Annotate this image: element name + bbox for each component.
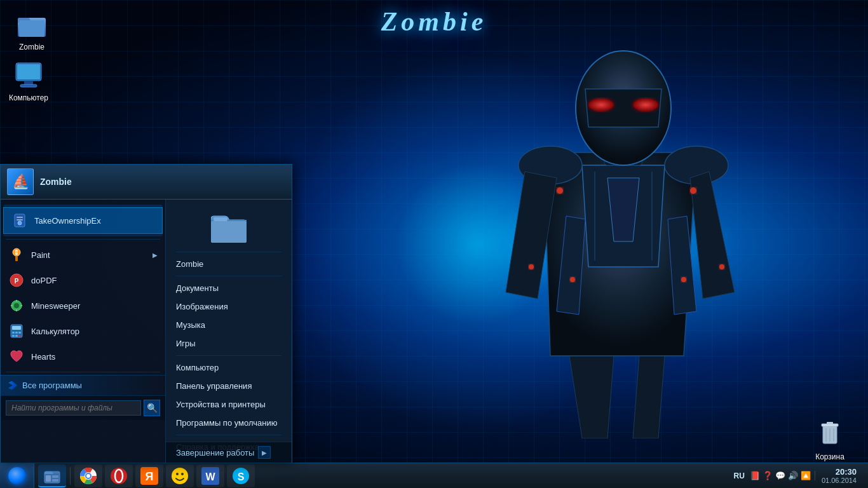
dopdf-icon: P	[8, 272, 25, 288]
hearts-icon	[8, 348, 25, 365]
default-programs-label: Программы по умолчанию	[176, 418, 277, 428]
separator-1	[6, 239, 160, 240]
trash-icon	[815, 419, 845, 450]
taskbar-app-word[interactable]: W	[196, 464, 224, 487]
calculator-icon	[8, 323, 25, 339]
svg-rect-48	[15, 332, 18, 334]
taskbar-app-skype[interactable]: S	[227, 464, 255, 487]
clock-time: 20:30	[822, 467, 857, 477]
shutdown-button[interactable]: Завершение работы	[176, 448, 254, 458]
right-item-images[interactable]: Изображения	[166, 297, 292, 316]
svg-rect-30	[17, 217, 23, 218]
svg-text:W: W	[205, 471, 215, 482]
svg-point-10	[570, 277, 575, 282]
desktop-icon-trash[interactable]: Корзина	[804, 419, 855, 463]
user-avatar[interactable]: ⛵	[7, 168, 34, 195]
svg-rect-51	[15, 335, 18, 337]
devices-label: Устройства и принтеры	[176, 400, 266, 409]
start-menu-body: TakeOwnershipEx Paint ▶	[1, 200, 292, 463]
svg-point-32	[18, 221, 22, 225]
svg-point-8	[557, 187, 563, 194]
right-item-music[interactable]: Музыка	[166, 316, 292, 334]
tray-icon-pdf[interactable]: 📕	[750, 471, 760, 480]
all-programs-arrow-icon	[8, 381, 17, 390]
search-button[interactable]: 🔍	[144, 400, 160, 416]
svg-point-36	[15, 251, 18, 254]
right-item-computer[interactable]: Компьютер	[166, 358, 292, 377]
folder-preview	[166, 206, 292, 249]
zombie-icon-label: Zombie	[19, 43, 44, 53]
desktop-icon-computer[interactable]: Компьютер	[3, 60, 54, 104]
app-item-calculator[interactable]: Калькулятор	[1, 318, 165, 344]
app-item-paint[interactable]: Paint ▶	[1, 242, 165, 268]
images-label: Изображения	[176, 302, 228, 311]
explorer-taskbar-icon	[43, 466, 61, 484]
calculator-label: Калькулятор	[31, 327, 79, 336]
yandex-taskbar-icon: Я	[140, 467, 158, 485]
svg-rect-54	[214, 217, 227, 221]
svg-rect-35	[15, 256, 18, 261]
svg-text:P: P	[15, 278, 19, 285]
app-item-minesweeper[interactable]: Minesweeper	[1, 293, 165, 318]
taskbar-app-yandex[interactable]: Я	[135, 464, 163, 487]
app-item-hearts[interactable]: Hearts	[1, 344, 165, 369]
svg-point-4	[588, 98, 614, 111]
desktop-icon-zombie[interactable]: Zombie	[6, 10, 57, 53]
hearts-label: Hearts	[31, 352, 55, 362]
search-input[interactable]	[6, 400, 141, 416]
tray-area: RU 📕 ❓ 💬 🔊 🔼 20:30 01.06.2014	[728, 463, 868, 488]
tray-icon-chat[interactable]: 💬	[775, 471, 785, 480]
taskbar-app-game[interactable]	[166, 464, 194, 487]
svg-rect-22	[20, 85, 37, 87]
svg-point-40	[14, 303, 19, 308]
svg-text:Я: Я	[146, 470, 154, 483]
start-button[interactable]	[0, 463, 34, 489]
app-item-takeownership[interactable]: TakeOwnershipEx	[3, 207, 163, 234]
word-taskbar-icon: W	[201, 467, 219, 485]
shutdown-label: Завершение работы	[176, 448, 254, 458]
all-programs-button[interactable]: Все программы	[1, 375, 165, 395]
all-programs-label: Все программы	[22, 381, 82, 390]
documents-label: Документы	[176, 283, 219, 293]
taskbar-app-opera[interactable]	[105, 464, 133, 487]
taskbar-app-chrome[interactable]	[74, 464, 102, 487]
music-label: Музыка	[176, 320, 205, 330]
svg-rect-20	[17, 64, 40, 79]
taskbar: Я	[0, 463, 868, 488]
right-sep-0	[176, 252, 281, 252]
minesweeper-icon	[8, 297, 25, 314]
right-item-games[interactable]: Игры	[166, 334, 292, 353]
takeownership-label: TakeOwnershipEx	[34, 216, 101, 226]
app-item-dopdf[interactable]: P doPDF	[1, 268, 165, 293]
svg-rect-25	[827, 422, 833, 424]
clock-area[interactable]: 20:30 01.06.2014	[815, 467, 863, 484]
svg-point-12	[529, 264, 534, 269]
minesweeper-label: Minesweeper	[31, 301, 80, 311]
svg-point-69	[181, 473, 184, 475]
user-avatar-area: ⛵ Zombie	[7, 168, 72, 195]
svg-rect-57	[52, 475, 58, 478]
right-item-documents[interactable]: Документы	[166, 279, 292, 297]
right-panel: Zombie Документы Изображения Музыка Иг	[166, 200, 292, 463]
tray-icon-network[interactable]: 🔼	[801, 471, 811, 480]
svg-rect-52	[18, 335, 21, 337]
right-sep-1	[176, 276, 281, 276]
search-bar: 🔍	[1, 395, 165, 420]
svg-rect-17	[19, 20, 44, 37]
shutdown-arrow-button[interactable]: ▶	[258, 446, 271, 459]
chrome-taskbar-icon	[79, 467, 97, 485]
right-item-zombie[interactable]: Zombie	[166, 255, 292, 273]
tray-icons: RU 📕 ❓ 💬 🔊 🔼	[728, 471, 815, 480]
tray-icon-help[interactable]: ❓	[763, 471, 773, 480]
paint-label: Paint	[31, 250, 50, 260]
games-label: Игры	[176, 339, 196, 348]
game-taskbar-icon	[171, 467, 189, 485]
svg-rect-46	[12, 326, 21, 330]
right-item-control-panel[interactable]: Панель управления	[166, 377, 292, 395]
right-item-devices[interactable]: Устройства и принтеры	[166, 395, 292, 414]
right-item-default-programs[interactable]: Программы по умолчанию	[166, 414, 292, 432]
svg-point-68	[176, 473, 179, 475]
tray-icon-volume[interactable]: 🔊	[788, 471, 798, 480]
tray-lang[interactable]: RU	[731, 471, 747, 480]
taskbar-app-explorer[interactable]	[38, 464, 66, 487]
